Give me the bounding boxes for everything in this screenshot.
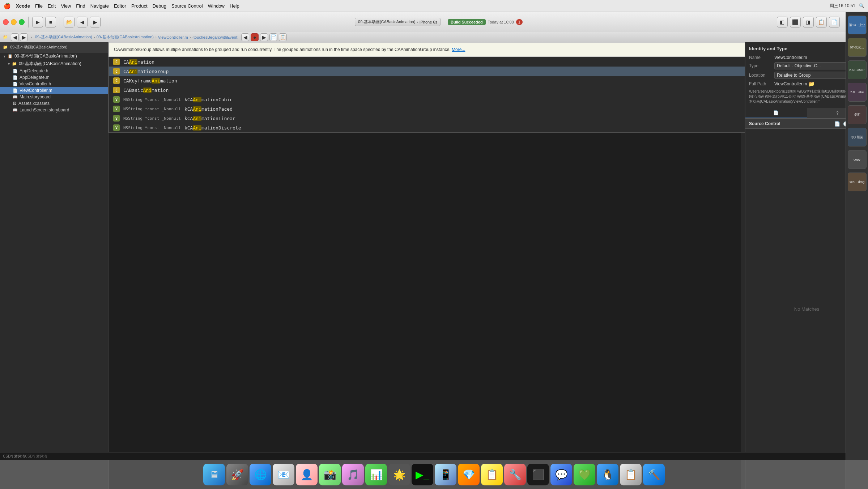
thumb-item-6[interactable]: copy (848, 150, 867, 169)
thumb-item-3[interactable]: ZJL...etai (848, 83, 867, 102)
dock-qq[interactable]: 🐧 (597, 464, 618, 485)
apple-menu[interactable]: 🍎 (4, 3, 11, 9)
dock-xcode[interactable]: 🔨 (643, 464, 665, 485)
thumb-item-1[interactable]: 07-优化... (848, 38, 867, 57)
menu-file[interactable]: File (35, 3, 43, 9)
menu-product[interactable]: Product (131, 3, 148, 9)
ac-item-0[interactable]: C CAAnimation (109, 57, 745, 67)
thumb-item-7[interactable]: xco....dmg (848, 173, 867, 191)
menu-source-control[interactable]: Source Control (171, 3, 203, 9)
dock-launchpad[interactable]: 🚀 (226, 464, 248, 485)
toolbar-separator (28, 17, 29, 27)
menu-help[interactable]: Help (230, 3, 239, 9)
dock-finder[interactable]: 🖥 (203, 464, 225, 485)
tab-file-inspector[interactable]: 📄 (745, 108, 807, 118)
dock-iphoto[interactable]: 🌟 (388, 464, 410, 485)
dock-photos[interactable]: 📸 (319, 464, 341, 485)
menu-find[interactable]: Find (76, 3, 85, 9)
related-files[interactable]: 📄 (269, 33, 277, 41)
thumb-6[interactable]: copy (848, 150, 867, 169)
sidebar-item-assets[interactable]: 🖼 Assets.xcassets (0, 100, 108, 107)
ac-item-6[interactable]: V NSString *const _Nonnull kCAAnimationL… (109, 114, 745, 123)
menu-xcode[interactable]: Xcode (16, 3, 30, 9)
ac-item-1[interactable]: C CAAnimationGroup (109, 67, 745, 76)
thumb-4[interactable]: 桌面 (848, 105, 867, 124)
history-forward[interactable]: ▶ (90, 17, 101, 27)
dock-terminal[interactable]: ▶_ (412, 464, 433, 485)
menu-window[interactable]: Window (208, 3, 225, 9)
nav-jump-prev[interactable]: ◀ (241, 33, 249, 41)
thumb-item-0[interactable]: 第13...业业 (848, 16, 867, 34)
navigator-button[interactable]: 📂 (64, 17, 75, 27)
ac-item-3[interactable]: C CABasicAnimation (109, 85, 745, 95)
menu-navigate[interactable]: Navigate (90, 3, 109, 9)
dock-iterm[interactable]: ⬛ (527, 464, 549, 485)
sidebar-item-viewcontroller-h[interactable]: 📄 ViewController.h (0, 81, 108, 87)
thumb-item-2[interactable]: KSI...aster (848, 60, 867, 79)
thumb-3[interactable]: ZJL...etai (848, 83, 867, 102)
history-back[interactable]: ◀ (77, 17, 88, 27)
nav-jump-next[interactable]: ▶ (260, 33, 268, 41)
breadcrumb-folder[interactable]: 09-基本动画(CABasicAnimation) (97, 34, 154, 40)
sidebar-item-launch-storyboard[interactable]: 📖 LaunchScreen.storyboard (0, 107, 108, 113)
code-editor[interactable]: 15 @end 16 17 @implementation ViewContro… (109, 42, 745, 489)
run-button[interactable]: ▶ (32, 17, 43, 27)
dock-itunes[interactable]: 🎵 (342, 464, 364, 485)
nav-error-indicator[interactable]: ● (251, 33, 259, 41)
dock-simulator[interactable]: 📱 (435, 464, 456, 485)
ac-item-4[interactable]: V NSString *const _Nonnull kCAAnimationC… (109, 95, 745, 104)
dock-wechat[interactable]: 💚 (574, 464, 595, 485)
assets-icon: 🖼 (13, 101, 17, 106)
sidebar-item-appdelegate-h[interactable]: 📄 AppDelegate.h (0, 68, 108, 74)
menu-editor[interactable]: Editor (114, 3, 126, 9)
view-toggle-left[interactable]: ◧ (777, 17, 788, 27)
inspector-button[interactable]: 📋 (816, 17, 827, 27)
nav-back[interactable]: ◀ (11, 33, 19, 41)
doc-more-link[interactable]: More... (452, 47, 465, 52)
dock-contacts[interactable]: 👤 (296, 464, 318, 485)
sc-add-icon[interactable]: 📄 (834, 121, 840, 127)
dock-sketch[interactable]: 💎 (458, 464, 480, 485)
thumb-5[interactable]: QQ 框架 (848, 128, 867, 146)
menu-view[interactable]: View (61, 3, 71, 9)
dock-qqimsg[interactable]: 💬 (550, 464, 572, 485)
dock-clipboard[interactable]: 📋 (620, 464, 642, 485)
thumb-7[interactable]: xco....dmg (848, 173, 867, 191)
menu-edit[interactable]: Edit (48, 3, 56, 9)
thumb-0[interactable]: 第13...业业 (848, 16, 867, 34)
nav-forward[interactable]: ▶ (20, 33, 28, 41)
sidebar-item-viewcontroller-m[interactable]: 📄 ViewController.m (0, 87, 108, 94)
breadcrumb-project[interactable]: 09-基本动画(CABasicAnimation) (35, 34, 92, 40)
minimize-button[interactable] (11, 19, 17, 25)
ac-item-5[interactable]: V NSString *const _Nonnull kCAAnimationP… (109, 104, 745, 114)
breadcrumb-file[interactable]: ViewController.m (158, 35, 188, 39)
dock-instruments[interactable]: 🔧 (504, 464, 526, 485)
assistant-editor[interactable]: 📋 (279, 33, 287, 41)
organizer-button[interactable]: 📄 (829, 17, 840, 27)
autocomplete-list: C CAAnimation C CAAnimationGroup C (109, 57, 745, 133)
view-toggle-center[interactable]: ⬛ (790, 17, 801, 27)
search-icon[interactable]: 🔍 (859, 3, 864, 8)
menu-debug[interactable]: Debug (153, 3, 166, 9)
scheme-breadcrumb[interactable]: 09-基本动画(CABasicAnimation) › iPhone 6s (355, 18, 441, 26)
ac-item-2[interactable]: C CAKeyframeAnimation (109, 76, 745, 85)
stop-button[interactable]: ■ (45, 17, 56, 27)
dock-mail[interactable]: 📧 (273, 464, 294, 485)
maximize-button[interactable] (19, 19, 25, 25)
dock-dash[interactable]: 📋 (481, 464, 503, 485)
ac-item-7[interactable]: V NSString *const _Nonnull kCAAnimationD… (109, 123, 745, 132)
view-toggle-right[interactable]: ◨ (803, 17, 814, 27)
dock-numbers[interactable]: 📊 (365, 464, 387, 485)
thumb-item-4[interactable]: 桌面 (848, 105, 867, 124)
reveal-in-finder-icon[interactable]: 📁 (808, 81, 814, 87)
sidebar-group-root[interactable]: ▼ 📁 09-基本动画(CABasicAnimation) (0, 60, 108, 68)
sidebar-project-root[interactable]: ▼ 📋 09-基本动画(CABasicAnimation) (0, 52, 108, 60)
breadcrumb-method[interactable]: -touchesBegan:withEvent: (192, 35, 238, 39)
thumb-2[interactable]: KSI...aster (848, 60, 867, 79)
sidebar-item-main-storyboard[interactable]: 📖 Main.storyboard (0, 94, 108, 100)
thumb-1[interactable]: 07-优化... (848, 38, 867, 57)
sidebar-item-appdelegate-m[interactable]: 📄 AppDelegate.m (0, 74, 108, 81)
dock-safari[interactable]: 🌐 (250, 464, 271, 485)
thumb-item-5[interactable]: QQ 框架 (848, 128, 867, 146)
close-button[interactable] (3, 19, 9, 25)
